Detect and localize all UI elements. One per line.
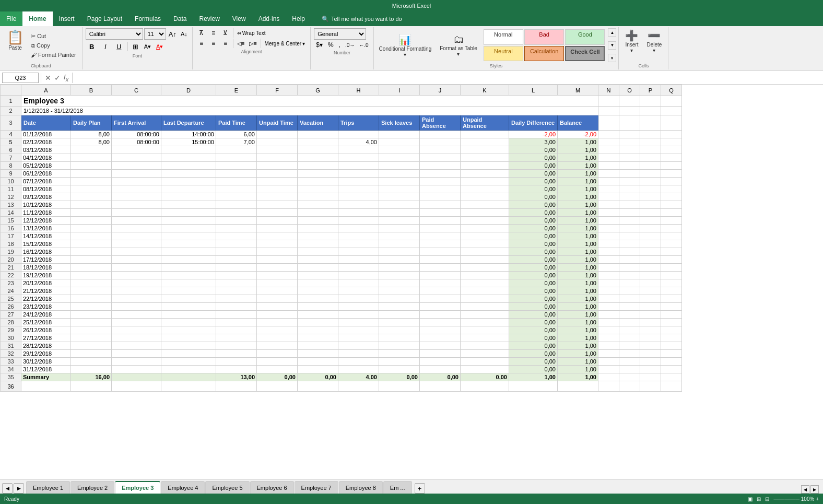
col-header-c[interactable]: C xyxy=(112,85,161,96)
cell-a2[interactable]: 1/12/2018 - 31/12/2018 xyxy=(21,107,598,115)
cell-balance[interactable]: 1,00 xyxy=(558,232,598,240)
cell-date[interactable]: 06/12/2018 xyxy=(21,170,71,178)
cell-balance[interactable]: 1,00 xyxy=(558,209,598,217)
cell-n5[interactable] xyxy=(598,138,619,146)
cell-balance[interactable]: 1,00 xyxy=(558,240,598,248)
cell-daily-diff[interactable]: 0,00 xyxy=(509,326,558,334)
cell-daily-diff[interactable]: 0,00 xyxy=(509,185,558,193)
tab-employee2[interactable]: Employee 2 xyxy=(70,481,114,494)
cell-date[interactable]: 04/12/2018 xyxy=(21,154,71,162)
cell-summary-trips[interactable]: 4,00 xyxy=(338,373,379,381)
col-header-m[interactable]: M xyxy=(558,85,598,96)
cut-button[interactable]: ✂ Cut xyxy=(28,32,79,41)
cell-n2[interactable] xyxy=(598,107,619,115)
cell-p5[interactable] xyxy=(640,138,661,146)
tab-employee7[interactable]: Employee 7 xyxy=(295,481,338,494)
tab-nav-next[interactable]: ▶ xyxy=(14,483,24,494)
tab-employee5[interactable]: Employee 5 xyxy=(205,481,249,494)
cell-date[interactable]: 16/12/2018 xyxy=(21,248,71,256)
header-unpaid-time[interactable]: Unpaid Time xyxy=(257,115,298,131)
cell-balance[interactable]: 1,00 xyxy=(558,350,598,358)
thousands-button[interactable]: , xyxy=(337,41,343,49)
cell-daily-diff[interactable]: 0,00 xyxy=(509,201,558,209)
header-date[interactable]: Date xyxy=(21,115,71,131)
cell-n4[interactable] xyxy=(598,131,619,138)
cell-f4[interactable] xyxy=(257,131,298,138)
header-daily-diff[interactable]: Daily Difference xyxy=(509,115,558,131)
cell-date[interactable]: 20/12/2018 xyxy=(21,279,71,287)
cell-p4[interactable] xyxy=(640,131,661,138)
cell-date[interactable]: 17/12/2018 xyxy=(21,256,71,264)
cell-k5[interactable] xyxy=(461,138,509,146)
cell-o2[interactable] xyxy=(619,107,640,115)
fill-color-button[interactable]: A▾ xyxy=(142,43,153,51)
cell-daily-diff[interactable]: 0,00 xyxy=(509,303,558,311)
col-header-h[interactable]: H xyxy=(338,85,379,96)
cell-date[interactable]: 25/12/2018 xyxy=(21,319,71,326)
col-header-f[interactable]: F xyxy=(257,85,298,96)
cell-date[interactable]: 15/12/2018 xyxy=(21,240,71,248)
col-header-i[interactable]: I xyxy=(379,85,420,96)
paste-button[interactable]: 📋 Paste xyxy=(3,28,27,62)
col-header-k[interactable]: K xyxy=(461,85,509,96)
cell-i5[interactable] xyxy=(379,138,420,146)
decrease-font-button[interactable]: A↓ xyxy=(179,30,189,38)
col-header-o[interactable]: O xyxy=(619,85,640,96)
cell-daily-diff[interactable]: 0,00 xyxy=(509,240,558,248)
cell-daily-diff[interactable]: 0,00 xyxy=(509,366,558,373)
cell-date[interactable]: 12/12/2018 xyxy=(21,217,71,225)
page-layout-icon[interactable]: ⊞ xyxy=(757,496,761,502)
cell-date[interactable]: 23/12/2018 xyxy=(21,303,71,311)
cell-k4[interactable] xyxy=(461,131,509,138)
cell-q3[interactable] xyxy=(661,115,682,131)
format-as-table-button[interactable]: 🗂 Format as Table ▾ xyxy=(437,32,480,58)
cell-summary-sick[interactable]: 0,00 xyxy=(379,373,420,381)
cell-date[interactable]: 19/12/2018 xyxy=(21,272,71,279)
cell-d5[interactable]: 15:00:00 xyxy=(161,138,216,146)
cell-date[interactable]: 30/12/2018 xyxy=(21,358,71,366)
cell-daily-diff[interactable]: 0,00 xyxy=(509,225,558,232)
col-header-b[interactable]: B xyxy=(71,85,112,96)
grid-wrapper[interactable]: A B C D E F G H I J K L M N O P Q xyxy=(0,85,823,479)
indent-decrease-button[interactable]: ◁≡ xyxy=(235,40,246,48)
cell-balance[interactable]: 1,00 xyxy=(558,358,598,366)
cell-daily-diff[interactable]: 0,00 xyxy=(509,146,558,154)
col-header-q[interactable]: Q xyxy=(661,85,682,96)
cell-p2[interactable] xyxy=(640,107,661,115)
cell-q2[interactable] xyxy=(661,107,682,115)
page-break-icon[interactable]: ⊟ xyxy=(765,496,769,502)
col-header-j[interactable]: J xyxy=(420,85,461,96)
cell-summary-vacation[interactable]: 0,00 xyxy=(298,373,338,381)
menu-item-data[interactable]: Data xyxy=(167,11,193,26)
cell-daily-diff[interactable]: 0,00 xyxy=(509,209,558,217)
increase-font-button[interactable]: A↑ xyxy=(167,30,178,39)
cell-date[interactable]: 14/12/2018 xyxy=(21,232,71,240)
cell-q1[interactable] xyxy=(661,96,682,107)
cell-date[interactable]: 13/12/2018 xyxy=(21,225,71,232)
style-good-cell[interactable]: Good xyxy=(565,29,605,45)
underline-button[interactable]: U xyxy=(113,41,125,52)
cell-daily-diff[interactable]: 0,00 xyxy=(509,279,558,287)
cell-n3[interactable] xyxy=(598,115,619,131)
menu-item-addins[interactable]: Add-ins xyxy=(252,11,286,26)
col-header-d[interactable]: D xyxy=(161,85,216,96)
cell-date[interactable]: 10/12/2018 xyxy=(21,201,71,209)
tab-nav-prev[interactable]: ◀ xyxy=(2,483,13,494)
header-unpaid-absence[interactable]: Unpaid Absence xyxy=(461,115,509,131)
header-daily-plan[interactable]: Daily Plan xyxy=(71,115,112,131)
cell-g4[interactable] xyxy=(298,131,338,138)
increase-decimal-button[interactable]: .0→ xyxy=(344,42,356,49)
wrap-text-button[interactable]: ⇔ Wrap Text xyxy=(235,30,268,37)
col-header-g[interactable]: G xyxy=(298,85,338,96)
cell-balance[interactable]: 1,00 xyxy=(558,225,598,232)
style-check-cell[interactable]: Check Cell xyxy=(565,46,605,62)
cell-daily-diff[interactable]: 0,00 xyxy=(509,264,558,272)
cell-daily-diff[interactable]: 0,00 xyxy=(509,350,558,358)
indent-increase-button[interactable]: ▷≡ xyxy=(247,40,258,48)
styles-scroll-down[interactable]: ▼ xyxy=(608,41,616,50)
menu-item-page-layout[interactable]: Page Layout xyxy=(81,11,128,26)
col-header-n[interactable]: N xyxy=(598,85,619,96)
cell-reference-input[interactable] xyxy=(2,73,39,83)
header-vacation[interactable]: Vacation xyxy=(298,115,338,131)
cell-balance[interactable]: 1,00 xyxy=(558,334,598,342)
